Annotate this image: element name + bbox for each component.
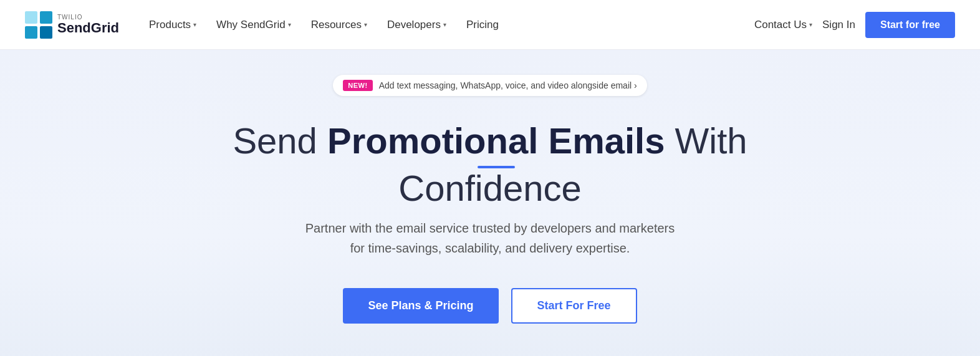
nav-item-products[interactable]: Products ▾	[142, 14, 204, 36]
new-badge-message: Add text messaging, WhatsApp, voice, and…	[379, 80, 637, 90]
new-badge-banner[interactable]: NEW! Add text messaging, WhatsApp, voice…	[333, 75, 646, 96]
chevron-down-icon: ▾	[193, 21, 196, 28]
hero-title: Send Promotional Emails With Confidence	[209, 121, 771, 208]
contact-us-link[interactable]: Contact Us ▾	[754, 19, 812, 31]
hero-buttons: See Plans & Pricing Start For Free	[343, 288, 637, 324]
svg-rect-1	[40, 11, 52, 24]
new-badge-label: NEW!	[343, 80, 372, 91]
logo-text: TWILIO SendGrid	[57, 14, 119, 35]
logo-sendgrid: SendGrid	[57, 21, 119, 35]
sign-in-link[interactable]: Sign In	[822, 19, 855, 31]
hero-title-part1: Send	[233, 120, 327, 161]
nav-item-developers[interactable]: Developers ▾	[380, 14, 454, 36]
hero-title-bold: Promotional Emails	[327, 121, 665, 168]
nav-links: Products ▾ Why SendGrid ▾ Resources ▾ De…	[142, 14, 506, 36]
logo[interactable]: TWILIO SendGrid	[25, 11, 119, 39]
nav-right: Contact Us ▾ Sign In Start for free	[754, 12, 955, 38]
svg-rect-3	[40, 26, 52, 39]
chevron-down-icon: ▾	[809, 21, 812, 28]
nav-item-resources[interactable]: Resources ▾	[304, 14, 375, 36]
start-for-free-nav-button[interactable]: Start for free	[865, 12, 955, 38]
start-for-free-button[interactable]: Start For Free	[511, 288, 637, 324]
nav-item-pricing[interactable]: Pricing	[459, 14, 506, 36]
nav-left: TWILIO SendGrid Products ▾ Why SendGrid …	[25, 11, 506, 39]
chevron-down-icon: ▾	[288, 21, 291, 28]
svg-rect-0	[25, 11, 37, 24]
chevron-down-icon: ▾	[364, 21, 367, 28]
nav-item-why-sendgrid[interactable]: Why SendGrid ▾	[209, 14, 299, 36]
chevron-down-icon: ▾	[443, 21, 446, 28]
navbar: TWILIO SendGrid Products ▾ Why SendGrid …	[0, 0, 980, 50]
sendgrid-logo-icon	[25, 11, 52, 39]
hero-section: NEW! Add text messaging, WhatsApp, voice…	[0, 50, 980, 356]
svg-rect-2	[25, 26, 37, 39]
see-plans-pricing-button[interactable]: See Plans & Pricing	[343, 288, 498, 324]
hero-subtitle: Partner with the email service trusted b…	[305, 218, 675, 258]
